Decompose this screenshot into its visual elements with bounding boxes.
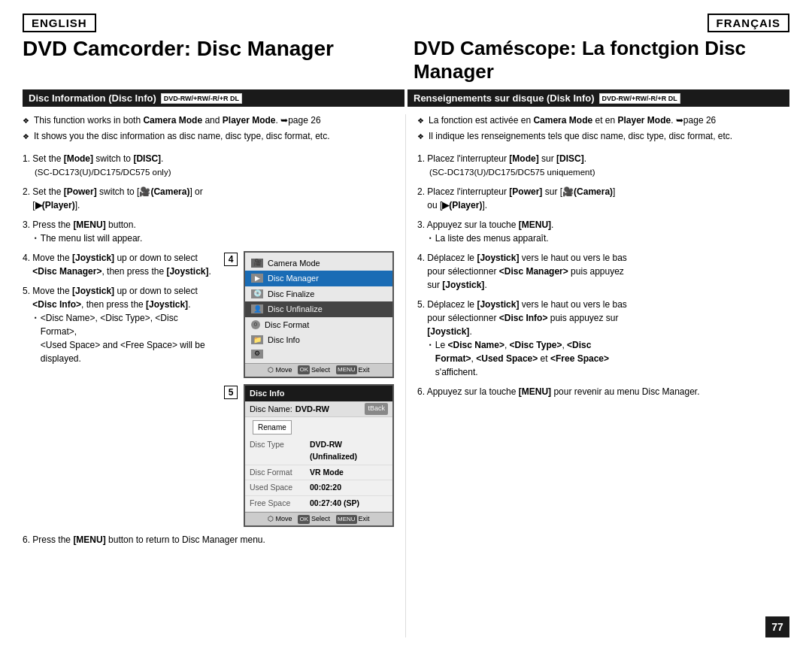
fr-bullet-diamond-2: ❖ xyxy=(417,132,424,142)
menu-item-camera: Camera Mode xyxy=(268,257,320,270)
used-space-row: Used Space 00:02:20 xyxy=(245,480,392,496)
disc-type-label: Disc Type xyxy=(250,439,310,463)
menu-row-unfinalize: 👤 Disc Unfinalize xyxy=(245,301,392,317)
used-space-value: 00:02:20 xyxy=(310,482,341,494)
free-space-row: Free Space 00:27:40 (SP) xyxy=(245,496,392,512)
fr-step-2: 2. Placez l'interrupteur [Power] sur [🎥(… xyxy=(417,185,789,212)
diagram-4: 4 🎥 Camera Mode ▶ xyxy=(224,251,394,379)
disc-info-select: OK Select xyxy=(298,514,330,525)
menu-row-settings: ⚙ xyxy=(245,348,392,360)
menu-screen: 🎥 Camera Mode ▶ Disc Manager xyxy=(244,251,394,379)
step-bullet-sq: ▪ xyxy=(35,234,37,243)
menu-row-finalize: 💿 Disc Finalize xyxy=(245,286,392,302)
fr-step-bullet-sq: ▪ xyxy=(429,341,432,350)
diagrams: 4 🎥 Camera Mode ▶ xyxy=(224,251,394,528)
free-space-value: 00:27:40 (SP) xyxy=(310,498,359,510)
info-icon: 📁 xyxy=(251,335,263,344)
disc-info-title: Disc Info xyxy=(245,386,392,401)
disc-info-screen: Disc Info Disc Name: DVD-RW tBack Rename xyxy=(244,384,394,527)
disc-info-move: ⬡ Move xyxy=(268,514,292,525)
step-1-text: 1. Set the [Mode] switch to [DISC]. xyxy=(23,153,163,164)
step-6: 6. Press the [MENU] button to return to … xyxy=(23,533,394,547)
fr-step-1-sub: (SC-DC173(U)/DC175/DC575 uniquement) xyxy=(429,168,595,177)
disc-format-value: VR Mode xyxy=(310,467,344,479)
diagram-area: 4. Move the [Joystick] up or down to sel… xyxy=(23,251,394,553)
disc-name-label: Disc Name: xyxy=(250,403,292,416)
step-5: 5. Move the [Joystick] up or down to sel… xyxy=(23,284,217,365)
section-headers: Disc Information (Disc Info) DVD-RW/+RW/… xyxy=(23,89,789,107)
fr-step-6-text: 6. Appuyez sur la touche [MENU] pour rev… xyxy=(417,386,700,397)
fr-bullet-item-1: ❖ La fonction est activée en Camera Mode… xyxy=(417,114,789,127)
fr-step-3-text: 3. Appuyez sur la touche [MENU]. xyxy=(417,220,553,230)
unfinalize-icon: 👤 xyxy=(251,304,263,313)
menu-select: OK Select xyxy=(298,365,330,376)
section-header-en: Disc Information (Disc Info) DVD-RW/+RW/… xyxy=(23,89,404,107)
english-bullets: ❖ This function works in both Camera Mod… xyxy=(23,114,394,143)
step-bullet-sq: ▪ xyxy=(35,313,37,322)
disc-format-label: Disc Format xyxy=(250,467,310,479)
fr-step-1-text: 1. Placez l'interrupteur [Mode] sur [DIS… xyxy=(417,153,586,164)
fr-step-4: 4. Déplacez le [Joystick] vers le haut o… xyxy=(417,251,789,292)
step-1: 1. Set the [Mode] switch to [DISC]. (SC-… xyxy=(23,152,394,179)
bullet-diamond: ❖ xyxy=(23,132,29,142)
menu-footer: ⬡ Move OK Select MENU Exit xyxy=(245,363,392,377)
menu-item-info: Disc Info xyxy=(268,334,300,347)
title-fr: DVD Caméscope: La fonctgion Disc Manager xyxy=(406,37,789,83)
step-3-sub: The menu list will appear. xyxy=(41,232,142,245)
finalize-icon: 💿 xyxy=(251,289,263,298)
fr-step-1: 1. Placez l'interrupteur [Mode] sur [DIS… xyxy=(417,152,789,179)
disc-info-footer: ⬡ Move OK Select MENU Exit xyxy=(245,512,392,526)
header-row: ENGLISH FRANÇAIS xyxy=(23,14,789,32)
step-5-text: 5. Move the [Joystick] up or down to sel… xyxy=(23,286,198,310)
step-4: 4. Move the [Joystick] up or down to sel… xyxy=(23,251,217,278)
french-steps: 1. Placez l'interrupteur [Mode] sur [DIS… xyxy=(417,152,789,398)
bullet-diamond: ❖ xyxy=(23,116,29,126)
disc-type-value: DVD-RW (Unfinalized) xyxy=(310,439,388,463)
main-content: ❖ This function works in both Camera Mod… xyxy=(23,114,789,637)
step-2-text: 2. Set the [Power] switch to [🎥(Camera)]… xyxy=(23,186,203,210)
disc-type-row: Disc Type DVD-RW (Unfinalized) xyxy=(245,438,392,465)
fr-step-5-bullet: ▪ Le <Disc Name>, <Disc Type>, <DiscForm… xyxy=(429,338,789,379)
step-5-bullet: ▪ <Disc Name>, <Disc Type>, <Disc Format… xyxy=(35,311,217,365)
disc-info-exit: MENU Exit xyxy=(336,514,370,525)
disc-name-row: Disc Name: DVD-RW tBack xyxy=(245,401,392,418)
diagram-5: 5 Disc Info Disc Name: DVD-RW tBack xyxy=(224,384,394,527)
fr-step-3: 3. Appuyez sur la touche [MENU]. ▪ La li… xyxy=(417,218,789,245)
menu-item-finalize: Disc Finalize xyxy=(268,288,314,301)
titles-row: DVD Camcorder: Disc Manager DVD Caméscop… xyxy=(23,37,789,83)
menu-move: ⬡ Move xyxy=(268,365,292,376)
menu-screen-inner: 🎥 Camera Mode ▶ Disc Manager xyxy=(245,253,392,363)
format-icon: ○ xyxy=(251,320,260,329)
dvd-badge-fr: DVD-RW/+RW/-R/+R DL xyxy=(599,93,680,104)
disc-format-row: Disc Format VR Mode xyxy=(245,465,392,481)
step-6-text: 6. Press the [MENU] button to return to … xyxy=(23,534,265,545)
english-steps: 1. Set the [Mode] switch to [DISC]. (SC-… xyxy=(23,152,394,553)
menu-item-format: Disc Format xyxy=(265,319,309,332)
fr-step-bullet-sq: ▪ xyxy=(429,234,432,243)
step-3: 3. Press the [MENU] button. ▪ The menu l… xyxy=(23,218,394,245)
diagram-num-5: 5 xyxy=(224,386,238,399)
fr-bullet-text-2: Il indique les renseignements tels que d… xyxy=(429,130,732,143)
fr-step-5-sub: Le <Disc Name>, <Disc Type>, <DiscFormat… xyxy=(435,338,609,379)
step-3-text: 3. Press the [MENU] button. xyxy=(23,220,136,230)
menu-row-info: 📁 Disc Info xyxy=(245,332,392,348)
bullet-item: ❖ This function works in both Camera Mod… xyxy=(23,114,394,127)
bullet-text-2: It shows you the disc information as dis… xyxy=(34,130,330,143)
fr-step-4-text: 4. Déplacez le [Joystick] vers le haut o… xyxy=(417,253,627,290)
rename-btn[interactable]: Rename xyxy=(253,420,292,435)
fr-step-6: 6. Appuyez sur la touche [MENU] pour rev… xyxy=(417,385,789,398)
fr-step-5: 5. Déplacez le [Joystick] vers le haut o… xyxy=(417,298,789,379)
menu-exit: MENU Exit xyxy=(336,365,370,376)
used-space-label: Used Space xyxy=(250,482,310,494)
col-french: ❖ La fonction est activée en Camera Mode… xyxy=(406,114,789,637)
menu-item-unfinalize: Disc Unfinalize xyxy=(268,303,323,316)
section-header-fr: Renseignements sur disque (Disk Info) DV… xyxy=(408,89,789,107)
camera-icon: 🎥 xyxy=(251,259,263,268)
bullet-item: ❖ It shows you the disc information as d… xyxy=(23,130,394,143)
step-2: 2. Set the [Power] switch to [🎥(Camera)]… xyxy=(23,185,394,212)
bullet-text-1: This function works in both Camera Mode … xyxy=(34,114,321,127)
dvd-badge-en: DVD-RW/+RW/-R/+R DL xyxy=(161,93,242,104)
section-header-fr-text: Renseignements sur disque (Disk Info) xyxy=(414,92,595,104)
diagram-num-4: 4 xyxy=(224,253,238,266)
fr-bullet-item-2: ❖ Il indique les renseignements tels que… xyxy=(417,130,789,143)
